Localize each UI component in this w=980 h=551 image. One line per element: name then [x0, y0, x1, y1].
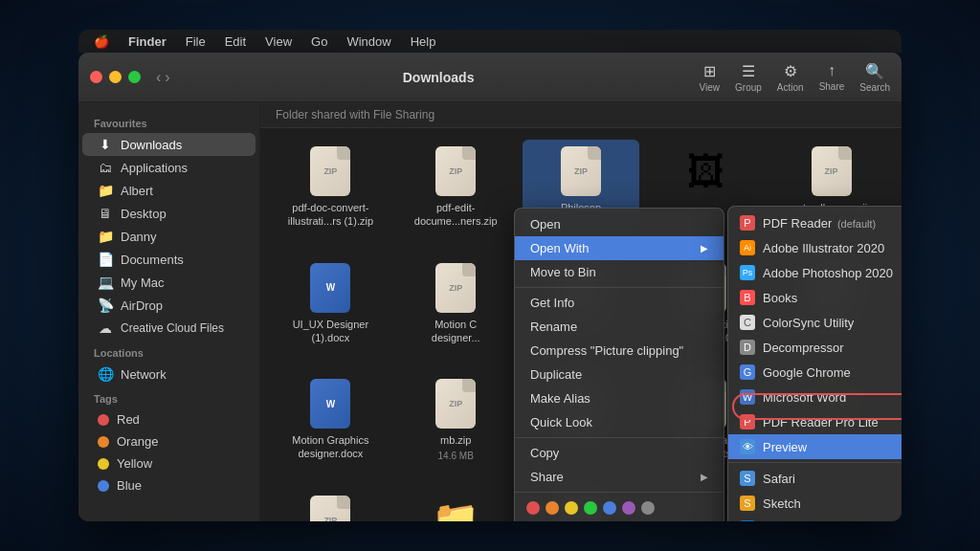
- sub-colorsync[interactable]: C ColorSync Utility: [728, 310, 902, 335]
- group-button[interactable]: ☰ Group: [735, 62, 762, 93]
- sidebar-tag-blue[interactable]: Blue: [82, 474, 256, 496]
- file-item-folder[interactable]: 📁 business...ing-page 4 items: [397, 489, 515, 521]
- sub-preview[interactable]: 👁 Preview: [728, 434, 902, 459]
- sub-pdfreader-pro[interactable]: P PDF Reader Pro Lite: [728, 409, 902, 434]
- context-menu: Open Open With ▶ Move to Bin Get Info Re…: [514, 208, 724, 521]
- ctx-copy[interactable]: Copy: [515, 441, 724, 465]
- sub-books[interactable]: B Books: [728, 285, 902, 310]
- orange-dot: [98, 436, 109, 448]
- tag-red[interactable]: [526, 501, 540, 515]
- sidebar-item-downloads[interactable]: ⬇ Downloads: [82, 133, 256, 156]
- danny-icon: 📁: [98, 229, 113, 244]
- help-menu[interactable]: Help: [411, 34, 436, 49]
- sidebar-item-applications[interactable]: 🗂 Applications: [82, 156, 256, 179]
- sidebar-item-albert[interactable]: 📁 Albert: [82, 179, 256, 202]
- file-menu[interactable]: File: [186, 34, 206, 49]
- sidebar-item-mymac[interactable]: 💻 My Mac: [82, 271, 256, 294]
- window-menu[interactable]: Window: [346, 34, 390, 49]
- forward-button[interactable]: ›: [165, 69, 169, 86]
- airdrop-icon: 📡: [98, 298, 113, 313]
- sub-chrome-label: Google Chrome: [763, 365, 851, 380]
- finder-menu[interactable]: Finder: [128, 34, 167, 49]
- tag-yellow[interactable]: [565, 501, 578, 515]
- toolbar: ‹ › Downloads ⊞ View ☰ Group: [156, 62, 890, 93]
- apple-menu[interactable]: 🍎: [94, 34, 109, 49]
- sub-sep-1: [728, 462, 902, 463]
- ctx-open-with[interactable]: Open With ▶: [515, 236, 724, 260]
- tag-purple[interactable]: [622, 501, 635, 515]
- tag-orange[interactable]: [546, 501, 559, 515]
- ctx-get-info[interactable]: Get Info: [515, 291, 724, 315]
- go-menu[interactable]: Go: [311, 34, 327, 49]
- sub-pdfreader-pro-label: PDF Reader Pro Lite: [763, 415, 879, 430]
- creativecloud-icon: ☁: [98, 320, 113, 336]
- main-content: Folder shared with File Sharing ZIP pdf-…: [260, 102, 902, 521]
- sub-photoshop-label: Adobe Photoshop 2020: [763, 266, 893, 280]
- sidebar-item-creativecloud[interactable]: ☁ Creative Cloud Files: [82, 317, 256, 340]
- sub-chrome[interactable]: G Google Chrome: [728, 360, 902, 385]
- file-item[interactable]: ZIP mb.zip 14.6 MB: [397, 372, 515, 481]
- sidebar-tag-blue-label: Blue: [117, 478, 142, 493]
- ctx-quick-look[interactable]: Quick Look: [515, 410, 724, 434]
- view-menu[interactable]: View: [265, 34, 292, 49]
- sub-illustrator-label: Adobe Illustrator 2020: [763, 241, 884, 255]
- sub-photoshop[interactable]: Ps Adobe Photoshop 2020: [728, 260, 902, 285]
- title-bar: ‹ › Downloads ⊞ View ☰ Group: [78, 53, 902, 102]
- menu-bar: 🍎 Finder File Edit View Go Window Help: [78, 30, 902, 53]
- file-item[interactable]: ZIP pdf-doc-convert-illustrati...rs (1).…: [272, 140, 390, 249]
- traffic-lights: [90, 71, 141, 83]
- fullscreen-button[interactable]: [128, 71, 141, 83]
- ctx-duplicate[interactable]: Duplicate: [515, 363, 724, 386]
- sidebar-item-desktop[interactable]: 🖥 Desktop: [82, 202, 256, 225]
- sidebar-tag-orange-label: Orange: [117, 434, 158, 449]
- mymac-icon: 💻: [98, 275, 113, 290]
- ctx-make-alias[interactable]: Make Alias: [515, 386, 724, 410]
- file-item[interactable]: ZIP Motion C designer...: [397, 256, 515, 365]
- desktop-icon: 🖥: [98, 206, 113, 221]
- sub-sketch[interactable]: S Sketch: [728, 491, 902, 516]
- file-item[interactable]: W Motion Graphics designer.docx: [272, 372, 390, 481]
- finder-window: ‹ › Downloads ⊞ View ☰ Group: [78, 53, 902, 521]
- sidebar-tag-yellow[interactable]: Yellow: [82, 452, 256, 474]
- sidebar-item-network[interactable]: 🌐 Network: [82, 363, 256, 386]
- ctx-compress[interactable]: Compress "Picture clipping": [515, 339, 724, 363]
- sub-word[interactable]: W Microsoft Word: [728, 385, 902, 409]
- sidebar-tag-orange[interactable]: Orange: [82, 430, 256, 452]
- pdfreader-icon: P: [740, 215, 755, 231]
- sub-decompressor[interactable]: D Decompressor: [728, 335, 902, 360]
- sub-illustrator[interactable]: Ai Adobe Illustrator 2020: [728, 235, 902, 260]
- file-item[interactable]: W UI_UX Designer (1).docx: [272, 256, 390, 365]
- sidebar-tag-red[interactable]: Red: [82, 408, 256, 430]
- search-button[interactable]: 🔍 Search: [859, 62, 890, 93]
- tag-gray[interactable]: [641, 501, 655, 515]
- tag-blue[interactable]: [603, 501, 616, 515]
- back-button[interactable]: ‹: [156, 69, 161, 86]
- action-button[interactable]: ⚙ Action: [777, 62, 804, 93]
- pdfreader-pro-icon: P: [740, 414, 755, 430]
- minimize-button[interactable]: [109, 71, 122, 83]
- ctx-open[interactable]: Open: [515, 212, 724, 236]
- ctx-share[interactable]: Share ▶: [515, 465, 724, 489]
- books-icon: B: [740, 290, 755, 305]
- sidebar-item-documents[interactable]: 📄 Documents: [82, 248, 256, 271]
- file-item[interactable]: ZIP video-e...doodle-...tage.zip 1 MB: [272, 489, 390, 521]
- file-item[interactable]: ZIP pdf-edit-docume...ners.zip: [397, 140, 515, 249]
- sub-decompressor-label: Decompressor: [763, 341, 844, 355]
- sidebar-item-danny[interactable]: 📁 Danny: [82, 225, 256, 248]
- edit-menu[interactable]: Edit: [225, 34, 246, 49]
- ctx-rename[interactable]: Rename: [515, 315, 724, 339]
- ctx-tags[interactable]: Tags...: [515, 520, 724, 521]
- ctx-move-to-bin[interactable]: Move to Bin: [515, 260, 724, 284]
- tag-green[interactable]: [584, 501, 597, 515]
- sidebar-mymac-label: My Mac: [121, 276, 165, 290]
- photoshop-icon: Ps: [740, 265, 755, 280]
- share-button[interactable]: ↑ Share: [819, 62, 845, 92]
- sidebar-item-airdrop[interactable]: 📡 AirDrop: [82, 294, 256, 317]
- view-button[interactable]: ⊞ View: [700, 62, 721, 93]
- sub-skype[interactable]: K Skype: [728, 516, 902, 521]
- close-button[interactable]: [90, 71, 102, 83]
- sub-pdfreader[interactable]: P PDF Reader (default): [728, 210, 902, 235]
- albert-icon: 📁: [98, 183, 113, 198]
- sub-safari[interactable]: S Safari: [728, 466, 902, 491]
- safari-icon: S: [740, 471, 755, 486]
